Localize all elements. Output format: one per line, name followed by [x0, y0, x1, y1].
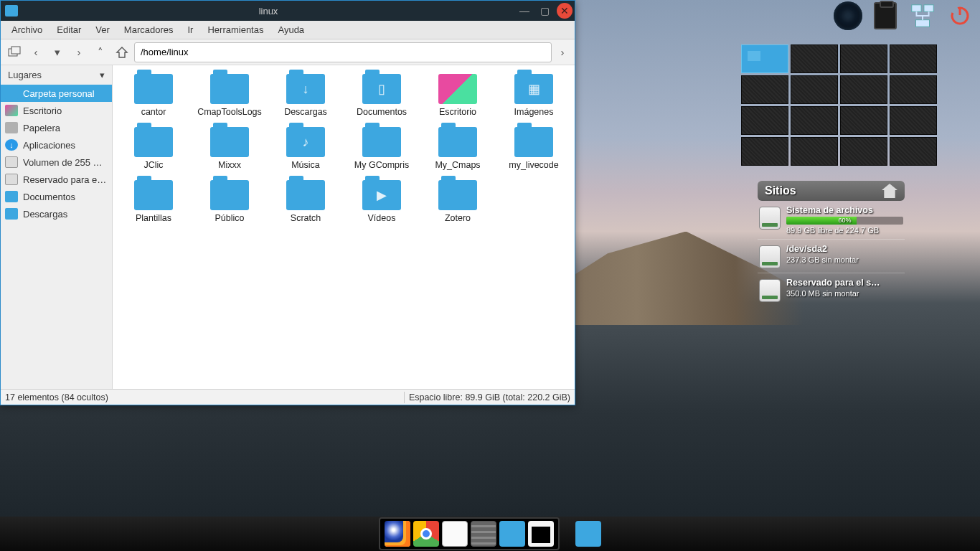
up-button[interactable]: ˄: [91, 43, 110, 62]
folder-item[interactable]: Zotero: [420, 177, 496, 226]
menu-editar[interactable]: Editar: [50, 22, 88, 37]
folder-item[interactable]: Público: [192, 177, 268, 226]
menu-ir[interactable]: Ir: [181, 22, 199, 37]
folder-item[interactable]: My_Cmaps: [420, 124, 496, 173]
workspace-6[interactable]: [791, 75, 838, 104]
folder-icon: [514, 127, 553, 157]
sidebar-header[interactable]: Lugares ▾: [1, 65, 112, 85]
workspace-8[interactable]: [890, 75, 937, 104]
folder-item[interactable]: cantor: [116, 71, 192, 120]
sidebar-item-label: Papelera: [23, 123, 60, 133]
chrome-icon[interactable]: [413, 521, 439, 547]
maximize-button[interactable]: ▢: [537, 3, 552, 19]
sitios-row[interactable]: Sistema de archivos60%89.9 GB libre de 2…: [758, 201, 905, 240]
network-icon[interactable]: [908, 1, 937, 30]
menubar: ArchivoEditarVerMarcadoresIrHerramientas…: [1, 21, 575, 39]
dock: [379, 517, 560, 550]
folder-label: My_Cmaps: [435, 160, 480, 170]
workspace-14[interactable]: [791, 137, 838, 166]
dl-icon: [5, 208, 18, 220]
power-icon[interactable]: [946, 1, 974, 30]
folder-item[interactable]: ▦Imágenes: [496, 71, 572, 120]
workspace-13[interactable]: [741, 137, 788, 166]
trash-icon: [5, 122, 18, 133]
path-input[interactable]: [134, 42, 552, 62]
vol-icon: [5, 174, 18, 185]
sidebar-item-6[interactable]: Documentos: [1, 188, 112, 205]
sitios-header: Sitios: [758, 181, 905, 201]
svg-rect-2: [916, 20, 930, 27]
folder-item[interactable]: Mixxx: [192, 124, 268, 173]
history-dropdown-button[interactable]: ▾: [48, 43, 67, 62]
statusbar: 17 elementos (84 ocultos) Espacio libre:…: [1, 389, 575, 405]
home-icon[interactable]: [882, 184, 897, 198]
menu-marcadores[interactable]: Marcadores: [118, 22, 180, 37]
folder-label: JClic: [143, 160, 163, 170]
home-button[interactable]: [113, 43, 131, 62]
file-manager-icon[interactable]: [499, 521, 525, 547]
close-button[interactable]: ✕: [557, 3, 573, 19]
sitios-row[interactable]: Reservado para el s…350.0 MB sin montar: [758, 273, 905, 306]
sidebar-item-3[interactable]: ↓Aplicaciones: [1, 136, 112, 154]
folder-item[interactable]: Escritorio: [420, 71, 496, 120]
taskbar-file-manager[interactable]: [575, 521, 601, 547]
workspace-9[interactable]: [741, 106, 788, 135]
folder-item[interactable]: Scratch: [268, 177, 344, 226]
workspace-1[interactable]: [741, 44, 788, 73]
document-app-icon[interactable]: [442, 521, 468, 547]
workspace-5[interactable]: [741, 75, 788, 104]
workspace-15[interactable]: [840, 137, 887, 166]
workspace-11[interactable]: [840, 106, 887, 135]
go-button[interactable]: ›: [555, 43, 570, 62]
folder-icon: ♪: [286, 127, 325, 157]
calculator-icon[interactable]: [471, 521, 496, 547]
titlebar[interactable]: linux — ▢ ✕: [1, 1, 575, 21]
sidebar-item-0[interactable]: Carpeta personal: [1, 85, 112, 102]
workspace-10[interactable]: [791, 106, 838, 135]
sidebar-item-label: Escritorio: [23, 105, 62, 116]
folder-item[interactable]: ▶Vídeos: [344, 177, 420, 226]
menu-ver[interactable]: Ver: [89, 22, 116, 37]
menu-archivo[interactable]: Archivo: [5, 22, 49, 37]
sidebar-item-2[interactable]: Papelera: [1, 119, 112, 136]
minimize-button[interactable]: —: [517, 3, 532, 19]
workspace-4[interactable]: [890, 44, 937, 73]
sidebar-item-label: Documentos: [23, 192, 75, 202]
forward-button[interactable]: ›: [70, 43, 88, 62]
site-sub: 237.3 GB sin montar: [786, 255, 903, 264]
apps-icon: ↓: [5, 139, 18, 151]
back-button[interactable]: ‹: [27, 43, 45, 62]
workspace-3[interactable]: [840, 44, 887, 73]
site-sub: 89.9 GB libre de 224.7 GB: [786, 226, 903, 235]
workspace-2[interactable]: [791, 44, 838, 73]
folder-icon: ▯: [362, 74, 401, 104]
terminal-icon[interactable]: [528, 521, 554, 547]
folder-view[interactable]: cantorCmapToolsLogs↓Descargas▯Documentos…: [113, 65, 575, 389]
sidebar-item-1[interactable]: Escritorio: [1, 102, 112, 119]
disc-icon[interactable]: [834, 1, 862, 30]
folder-item[interactable]: JClic: [116, 124, 192, 173]
workspace-12[interactable]: [890, 106, 937, 135]
clipboard-icon[interactable]: [871, 1, 900, 30]
folder-item[interactable]: My GCompris: [344, 124, 420, 173]
folder-item[interactable]: my_livecode: [496, 124, 572, 173]
window-title: linux: [22, 6, 514, 17]
sidebar-item-7[interactable]: Descargas: [1, 205, 112, 222]
folder-item[interactable]: ▯Documentos: [344, 71, 420, 120]
folder-item[interactable]: CmapToolsLogs: [192, 71, 268, 120]
workspace-16[interactable]: [890, 137, 937, 166]
sitios-row[interactable]: /dev/sda2237.3 GB sin montar: [758, 240, 905, 273]
sidebar-item-4[interactable]: Volumen de 255 …: [1, 154, 112, 171]
folder-label: Scratch: [291, 213, 321, 223]
folder-label: my_livecode: [509, 160, 558, 170]
menu-ayuda[interactable]: Ayuda: [271, 22, 311, 37]
workspace-7[interactable]: [840, 75, 887, 104]
menu-herramientas[interactable]: Herramientas: [201, 22, 270, 37]
new-tab-button[interactable]: [5, 43, 24, 62]
folder-item[interactable]: ↓Descargas: [268, 71, 344, 120]
sidebar-item-5[interactable]: Reservado para e…: [1, 171, 112, 188]
folder-item[interactable]: Plantillas: [116, 177, 192, 226]
folder-item[interactable]: ♪Música: [268, 124, 344, 173]
sidebar-item-label: Volumen de 255 …: [23, 157, 103, 168]
firefox-icon[interactable]: [385, 521, 410, 547]
